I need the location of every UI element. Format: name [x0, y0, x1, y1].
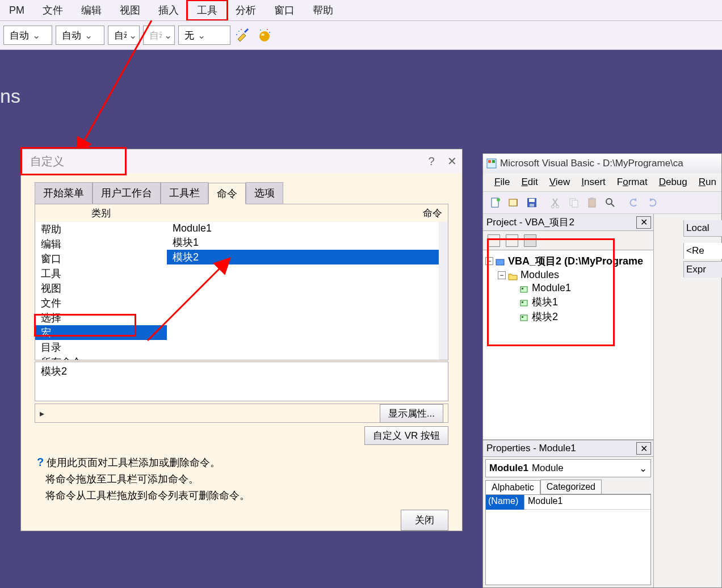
svg-point-6: [260, 30, 261, 31]
svg-line-0: [245, 29, 248, 32]
redo-icon[interactable]: [644, 195, 660, 211]
vbe-menu-run[interactable]: Run: [693, 175, 722, 189]
prop-tab-categorized[interactable]: Categorized: [540, 480, 602, 494]
prop-tab-alphabetic[interactable]: Alphabetic: [485, 480, 540, 494]
tree-collapse-icon[interactable]: −: [485, 257, 493, 265]
menu-window[interactable]: 窗口: [265, 1, 304, 19]
paste-icon[interactable]: [584, 195, 600, 211]
view-code-icon[interactable]: [488, 234, 500, 247]
vbe-menu-insert[interactable]: Insert: [576, 175, 611, 189]
new-icon[interactable]: [488, 195, 503, 211]
chevron-down-icon: ⌄: [639, 463, 647, 474]
property-name-key[interactable]: (Name): [486, 495, 524, 510]
properties-object-combo[interactable]: Module1 Module ⌄: [485, 459, 651, 477]
dialog-tabs: 开始菜单 用户工作台 工具栏 命令 选项: [35, 182, 462, 204]
customize-vr-button[interactable]: 自定义 VR 按钮: [364, 426, 448, 445]
dialog-close-button[interactable]: ✕: [442, 154, 462, 168]
copy-icon[interactable]: [566, 195, 582, 211]
menu-edit[interactable]: 编辑: [72, 1, 111, 19]
category-item[interactable]: 帮助: [35, 222, 167, 237]
project-close-button[interactable]: ✕: [636, 216, 651, 229]
tree-folder-label[interactable]: Modules: [520, 269, 559, 281]
combo-4: 自动 ⌄: [143, 26, 175, 45]
project-panel-header: Project - VBA_项目2 ✕: [483, 214, 653, 231]
category-item[interactable]: 选择: [35, 310, 167, 325]
property-name-value[interactable]: Module1: [524, 495, 650, 510]
tree-module-item[interactable]: 模块1: [532, 295, 558, 309]
tab-options[interactable]: 选项: [246, 182, 283, 204]
menu-view[interactable]: 视图: [111, 1, 149, 19]
project-tree[interactable]: − VBA_项目2 (D:\MyPrograme − Modules Modul…: [483, 250, 653, 440]
properties-grid[interactable]: (Name) Module1: [485, 494, 651, 585]
command-item[interactable]: Module1: [167, 222, 448, 235]
tab-user-workbench[interactable]: 用户工作台: [93, 182, 161, 204]
cut-icon[interactable]: [548, 195, 564, 211]
tree-collapse-icon[interactable]: −: [498, 271, 506, 279]
brush-icon[interactable]: [234, 26, 252, 44]
tab-toolbar[interactable]: 工具栏: [161, 182, 208, 204]
sphere-icon[interactable]: [255, 26, 274, 44]
menu-insert[interactable]: 插入: [149, 1, 188, 19]
project-toolbar: [483, 231, 653, 250]
category-item[interactable]: 编辑: [35, 237, 167, 251]
find-icon[interactable]: [602, 195, 618, 211]
combo-1[interactable]: 自动 ⌄: [3, 26, 52, 45]
tree-module-item[interactable]: Module1: [532, 282, 571, 294]
category-item[interactable]: 目录: [35, 340, 167, 355]
lists-container: 帮助 编辑 窗口 工具 视图 文件 选择 宏 目录 所有命令 Module1 模…: [35, 222, 448, 360]
vbe-menu-debug[interactable]: Debug: [653, 175, 693, 189]
arrow-right-icon[interactable]: ▸: [40, 408, 44, 419]
menu-analysis[interactable]: 分析: [226, 1, 265, 19]
menu-pm[interactable]: PM: [0, 2, 33, 19]
vbe-window: Microsoft Visual Basic - D:\MyPrograme\c…: [482, 153, 722, 588]
svg-point-1: [238, 31, 240, 32]
dialog-help-button[interactable]: ?: [421, 155, 442, 168]
command-item[interactable]: 模块1: [167, 235, 448, 250]
tree-module-item[interactable]: 模块2: [532, 310, 558, 324]
tab-start-menu[interactable]: 开始菜单: [35, 182, 93, 204]
tab-commands[interactable]: 命令: [208, 183, 246, 204]
list-headers: 类别 命令: [35, 204, 448, 222]
category-item[interactable]: 所有命令: [35, 355, 167, 360]
category-item[interactable]: 窗口: [35, 251, 167, 266]
svg-rect-20: [530, 204, 534, 207]
show-properties-button[interactable]: 显示属性...: [380, 404, 443, 423]
category-item[interactable]: 视图: [35, 281, 167, 296]
combo-5[interactable]: 无 ⌄: [178, 26, 230, 45]
combo-2[interactable]: 自动 ⌄: [56, 26, 104, 45]
svg-rect-29: [496, 259, 504, 265]
properties-header-label: Properties - Module1: [486, 443, 576, 454]
command-item-module2[interactable]: 模块2: [167, 250, 448, 264]
tree-root-label[interactable]: VBA_项目2 (D:\MyPrograme: [508, 254, 643, 268]
properties-close-button[interactable]: ✕: [636, 442, 651, 455]
svg-rect-19: [529, 199, 535, 202]
view-object-icon[interactable]: [506, 234, 518, 247]
command-list[interactable]: Module1 模块1 模块2: [167, 222, 448, 360]
menu-tools[interactable]: 工具: [188, 1, 226, 19]
vbe-menu-format[interactable]: Format: [611, 175, 653, 189]
category-item[interactable]: 工具: [35, 266, 167, 281]
module-icon: [519, 298, 530, 306]
hint-text: ? 使用此页面对工具栏添加或删除命令。 将命令拖放至工具栏可添加命令。 将命令从…: [37, 453, 448, 504]
toggle-folders-icon[interactable]: [524, 234, 536, 247]
background-text: ns: [0, 85, 20, 107]
save-icon[interactable]: [524, 195, 540, 211]
svg-rect-24: [572, 200, 578, 207]
menu-help[interactable]: 帮助: [304, 1, 342, 19]
svg-point-22: [556, 205, 559, 208]
category-item[interactable]: 文件: [35, 296, 167, 310]
category-list[interactable]: 帮助 编辑 窗口 工具 视图 文件 选择 宏 目录 所有命令: [35, 222, 167, 360]
vbe-menu-view[interactable]: View: [544, 175, 576, 189]
insert-module-icon[interactable]: [506, 195, 522, 211]
vbe-menu-file[interactable]: File: [489, 175, 515, 189]
category-item-macro[interactable]: 宏: [35, 325, 167, 340]
undo-icon[interactable]: [626, 195, 642, 211]
scrollbar[interactable]: [439, 222, 448, 360]
menu-file[interactable]: 文件: [33, 1, 72, 19]
close-button[interactable]: 关闭: [401, 510, 448, 531]
svg-line-28: [611, 204, 614, 207]
svg-rect-34: [520, 315, 527, 321]
combo-3[interactable]: 自动 ⌄: [108, 26, 140, 45]
vbe-menu-edit[interactable]: Edit: [515, 175, 543, 189]
chevron-down-icon: ⌄: [164, 30, 172, 41]
